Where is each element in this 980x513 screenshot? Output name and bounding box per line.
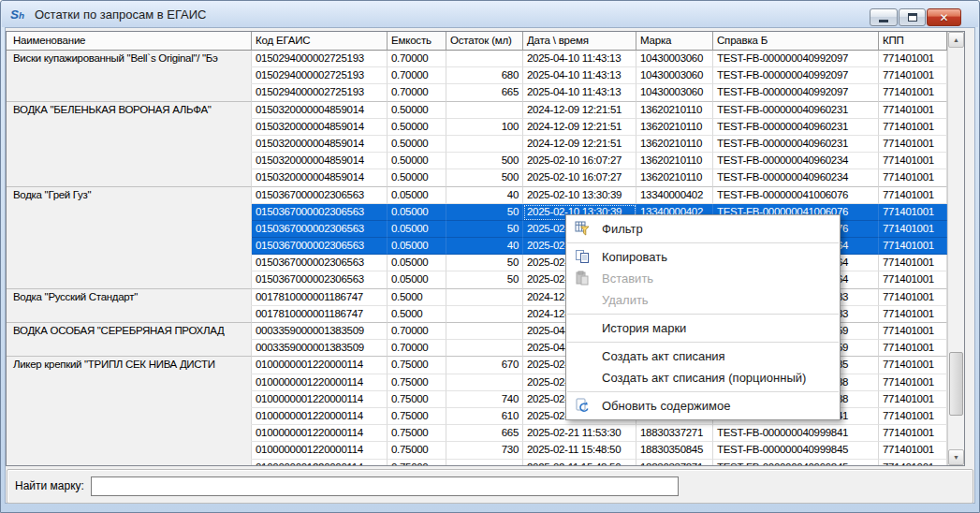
cell-spravka-b[interactable]: TEST-FB-000000040960231	[713, 119, 879, 136]
cell-capacity[interactable]: 0.70000	[388, 84, 446, 101]
scroll-up-button[interactable]: ▲	[948, 32, 964, 48]
cell-name[interactable]: Виски купажированный "Bell`s Original"/ …	[7, 51, 252, 67]
cell-egais-code[interactable]: 0017810000001186747	[252, 306, 388, 323]
cell-mark[interactable]: 18830337271	[636, 425, 713, 442]
cell-datetime[interactable]: 2025-04-10 11:43:13	[523, 84, 636, 101]
cell-kpp[interactable]: 771401001	[879, 136, 947, 153]
table-row[interactable]: ВОДКА "БЕЛЕНЬКАЯ ВОРОНАЯ АЛЬФА" 01503200…	[7, 102, 947, 119]
cell-remainder[interactable]: 670	[446, 357, 523, 374]
cell-name[interactable]	[7, 169, 252, 186]
cell-remainder[interactable]	[446, 306, 523, 323]
cell-capacity[interactable]: 0.05000	[388, 204, 446, 221]
cell-remainder[interactable]: 730	[446, 442, 523, 459]
cell-spravka-b[interactable]: TEST-FB-000000040960231	[713, 102, 879, 119]
cell-capacity[interactable]: 0.70000	[388, 340, 446, 357]
column-header-name[interactable]: Наименование	[7, 32, 252, 51]
cell-egais-code[interactable]: 0150294000002725193	[252, 51, 388, 67]
cell-egais-code[interactable]: 0100000001220000114	[252, 408, 388, 425]
cell-capacity[interactable]: 0.70000	[388, 67, 446, 84]
cell-capacity[interactable]: 0.5000	[388, 306, 446, 323]
menu-item-create-writeoff-act-portioned[interactable]: Создать акт списания (порционный)	[566, 367, 840, 388]
cell-egais-code[interactable]: 0150367000002306563	[252, 255, 388, 271]
cell-remainder[interactable]	[446, 460, 523, 466]
find-mark-input[interactable]	[91, 476, 679, 496]
cell-remainder[interactable]	[446, 374, 523, 391]
cell-egais-code[interactable]: 0150320000004859014	[252, 119, 388, 136]
cell-remainder[interactable]: 50	[446, 221, 523, 238]
cell-name[interactable]	[7, 340, 252, 357]
cell-egais-code[interactable]: 0150294000002725193	[252, 67, 388, 84]
cell-kpp[interactable]: 771401001	[879, 425, 947, 442]
cell-egais-code[interactable]: 0150367000002306563	[252, 271, 388, 288]
cell-capacity[interactable]: 0.75000	[388, 357, 446, 374]
cell-kpp[interactable]: 771401001	[879, 271, 947, 288]
cell-capacity[interactable]: 0.75000	[388, 425, 446, 442]
cell-name[interactable]	[7, 460, 252, 466]
cell-remainder[interactable]: 500	[446, 153, 523, 169]
cell-name[interactable]	[7, 119, 252, 136]
cell-remainder[interactable]	[446, 340, 523, 357]
cell-capacity[interactable]: 0.50000	[388, 102, 446, 119]
column-header-kpp[interactable]: КПП	[879, 32, 947, 51]
cell-name[interactable]	[7, 442, 252, 459]
cell-remainder[interactable]: 740	[446, 391, 523, 408]
cell-datetime[interactable]: 2025-02-11 15:48:50	[523, 442, 636, 459]
cell-name[interactable]	[7, 374, 252, 391]
cell-capacity[interactable]: 0.75000	[388, 374, 446, 391]
table-row[interactable]: Водка "Грей Гуз" 0150367000002306563 0.0…	[7, 187, 947, 204]
cell-kpp[interactable]: 771401001	[879, 306, 947, 323]
cell-spravka-b[interactable]: TEST-FB-000000040999845	[713, 460, 879, 466]
table-row[interactable]: 0100000001220000114 0.75000 665 2025-02-…	[7, 425, 947, 442]
cell-datetime[interactable]: 2025-04-10 11:43:13	[523, 67, 636, 84]
cell-egais-code[interactable]: 0100000001220000114	[252, 391, 388, 408]
cell-name[interactable]	[7, 204, 252, 221]
cell-spravka-b[interactable]: TEST-FB-000000040999845	[713, 442, 879, 459]
cell-remainder[interactable]: 40	[446, 238, 523, 255]
cell-spravka-b[interactable]: TEST-FB-000000040992097	[713, 84, 879, 101]
cell-egais-code[interactable]: 0150320000004859014	[252, 169, 388, 186]
table-row[interactable]: 0100000001220000114 0.75000 2025-02-11 1…	[7, 460, 947, 466]
cell-capacity[interactable]: 0.70000	[388, 51, 446, 67]
cell-name[interactable]	[7, 153, 252, 169]
cell-kpp[interactable]: 771401001	[879, 102, 947, 119]
cell-datetime[interactable]: 2025-02-10 16:07:27	[523, 153, 636, 169]
cell-egais-code[interactable]: 0150320000004859014	[252, 136, 388, 153]
cell-datetime[interactable]: 2025-02-10 13:30:39	[523, 187, 636, 204]
cell-kpp[interactable]: 771401001	[879, 119, 947, 136]
cell-spravka-b[interactable]: TEST-FB-000000040960234	[713, 153, 879, 169]
cell-capacity[interactable]: 0.75000	[388, 460, 446, 466]
cell-datetime[interactable]: 2025-04-10 11:43:13	[523, 51, 636, 67]
cell-egais-code[interactable]: 0150320000004859014	[252, 102, 388, 119]
cell-name[interactable]	[7, 238, 252, 255]
cell-egais-code[interactable]: 0017810000001186747	[252, 289, 388, 306]
cell-kpp[interactable]: 771401001	[879, 357, 947, 374]
cell-spravka-b[interactable]: TEST-FB-000000040999841	[713, 425, 879, 442]
cell-spravka-b[interactable]: TEST-FB-000000040992097	[713, 67, 879, 84]
cell-name[interactable]	[7, 425, 252, 442]
cell-name[interactable]	[7, 84, 252, 101]
cell-kpp[interactable]: 771401001	[879, 221, 947, 238]
menu-item-create-writeoff-act[interactable]: Создать акт списания	[566, 345, 840, 367]
cell-spravka-b[interactable]: TEST-FB-000000040992097	[713, 51, 879, 67]
menu-item-refresh-content[interactable]: Обновить содержимое	[566, 395, 840, 417]
cell-capacity[interactable]: 0.75000	[388, 442, 446, 459]
cell-capacity[interactable]: 0.05000	[388, 221, 446, 238]
cell-kpp[interactable]: 771401001	[879, 340, 947, 357]
cell-name[interactable]: Водка "Русский Стандарт"	[7, 289, 252, 306]
scrollbar-thumb[interactable]	[949, 352, 963, 416]
cell-egais-code[interactable]: 0100000001220000114	[252, 460, 388, 466]
table-row[interactable]: 0150320000004859014 0.50000 500 2025-02-…	[7, 153, 947, 169]
cell-remainder[interactable]: 680	[446, 67, 523, 84]
cell-egais-code[interactable]: 0150294000002725193	[252, 84, 388, 101]
cell-capacity[interactable]: 0.50000	[388, 169, 446, 186]
menu-item-mark-history[interactable]: История марки	[566, 317, 840, 339]
cell-capacity[interactable]: 0.05000	[388, 255, 446, 271]
cell-kpp[interactable]: 771401001	[879, 323, 947, 340]
vertical-scrollbar[interactable]: ▲ ▼	[947, 32, 964, 465]
cell-capacity[interactable]: 0.5000	[388, 289, 446, 306]
cell-remainder[interactable]: 50	[446, 271, 523, 288]
cell-kpp[interactable]: 771401001	[879, 153, 947, 169]
cell-mark[interactable]: 10430003060	[636, 84, 713, 101]
cell-mark[interactable]: 13620210110	[636, 119, 713, 136]
table-row[interactable]: 0150320000004859014 0.50000 100 2024-12-…	[7, 119, 947, 136]
